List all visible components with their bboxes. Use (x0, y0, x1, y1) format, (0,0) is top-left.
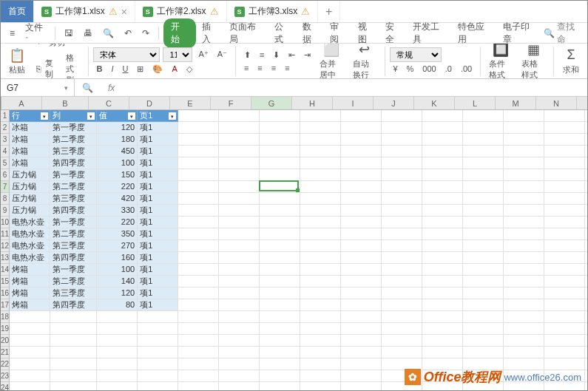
cell-N8[interactable] (544, 193, 585, 205)
cell-A23[interactable] (10, 370, 50, 382)
cell-F11[interactable] (219, 228, 260, 240)
qat-redo[interactable]: ↷ (138, 26, 154, 41)
cell-C9[interactable]: 330 (97, 205, 138, 217)
col-header-I[interactable]: I (333, 97, 374, 109)
cell-M16[interactable] (504, 288, 544, 299)
cell-J17[interactable] (382, 299, 422, 311)
cell-G15[interactable] (260, 276, 300, 288)
cell-C20[interactable] (97, 335, 138, 347)
cell-G9[interactable] (260, 205, 300, 217)
cell-N11[interactable] (544, 228, 585, 240)
cell-I18[interactable] (341, 311, 382, 323)
cell-I5[interactable] (341, 157, 382, 169)
cell-J15[interactable] (382, 276, 422, 288)
cell-L7[interactable] (463, 181, 504, 193)
cell-H6[interactable] (300, 169, 341, 181)
cell-O9[interactable] (585, 205, 588, 217)
cell-B9[interactable]: 第四季度 (50, 205, 97, 217)
cell-L20[interactable] (463, 335, 504, 347)
cell-L14[interactable] (463, 264, 504, 276)
cell-K1[interactable] (422, 110, 463, 122)
cell-A6[interactable]: 压力锅 (10, 169, 50, 181)
cell-H10[interactable] (300, 217, 341, 228)
cell-D22[interactable] (138, 358, 178, 370)
cell-C21[interactable] (97, 347, 138, 358)
indent-inc-button[interactable]: ⇥ (301, 49, 314, 61)
cell-O2[interactable] (585, 122, 588, 134)
row-header-16[interactable]: 16 (1, 288, 10, 299)
cell-I11[interactable] (341, 228, 382, 240)
cell-E24[interactable] (178, 382, 219, 391)
row-header-2[interactable]: 2 (1, 122, 10, 134)
cell-D13[interactable]: 项1 (138, 252, 178, 264)
cell-A18[interactable] (10, 311, 50, 323)
cell-J8[interactable] (382, 193, 422, 205)
menu-formula[interactable]: 公式 (270, 18, 296, 48)
percent-button[interactable]: % (404, 63, 417, 75)
cell-K10[interactable] (422, 217, 463, 228)
cell-D19[interactable] (138, 323, 178, 335)
col-header-F[interactable]: F (211, 97, 251, 109)
cell-B4[interactable]: 第三季度 (50, 146, 97, 157)
align-mid-button[interactable]: ≡ (257, 49, 267, 61)
align-left-button[interactable]: ≡ (241, 62, 251, 74)
filter-arrow-icon[interactable]: ▾ (87, 112, 95, 120)
cell-B3[interactable]: 第二季度 (50, 134, 97, 146)
cell-D20[interactable] (138, 335, 178, 347)
cell-H9[interactable] (300, 205, 341, 217)
align-center-button[interactable]: ≡ (254, 62, 265, 74)
cell-F12[interactable] (219, 240, 260, 252)
cell-K6[interactable] (422, 169, 463, 181)
cell-E18[interactable] (178, 311, 219, 323)
cell-M9[interactable] (504, 205, 544, 217)
cell-A20[interactable] (10, 335, 50, 347)
row-header-9[interactable]: 9 (1, 205, 10, 217)
cell-L1[interactable] (463, 110, 504, 122)
align-bot-button[interactable]: ⬇ (270, 49, 283, 61)
cell-B13[interactable]: 第四季度 (50, 252, 97, 264)
border-button[interactable]: ⊞ (134, 63, 146, 75)
cell-K18[interactable] (422, 311, 463, 323)
cell-D9[interactable]: 项1 (138, 205, 178, 217)
qat-preview[interactable]: 🔍 (98, 26, 118, 41)
cell-C5[interactable]: 100 (97, 157, 138, 169)
cell-M1[interactable] (504, 110, 544, 122)
merge-button[interactable]: ⬜合并居中 (317, 44, 346, 79)
cell-K8[interactable] (422, 193, 463, 205)
cell-D14[interactable]: 项1 (138, 264, 178, 276)
col-header-O[interactable]: O (577, 97, 588, 109)
cell-A11[interactable]: 电热水壶 (10, 228, 50, 240)
row-header-3[interactable]: 3 (1, 134, 10, 146)
spreadsheet-grid[interactable]: ABCDEFGHIJKLMNO 123456789101112131415161… (1, 97, 587, 391)
row-header-22[interactable]: 22 (1, 358, 10, 370)
row-header-12[interactable]: 12 (1, 240, 10, 252)
cell-M6[interactable] (504, 169, 544, 181)
cell-F24[interactable] (219, 382, 260, 391)
cell-A22[interactable] (10, 358, 50, 370)
cell-J5[interactable] (382, 157, 422, 169)
cell-N7[interactable] (544, 181, 585, 193)
cell-O11[interactable] (585, 228, 588, 240)
tab-file-1[interactable]: S 工作簿1.xlsx ⚠ × (34, 1, 135, 22)
cell-F14[interactable] (219, 264, 260, 276)
cell-L6[interactable] (463, 169, 504, 181)
cell-O12[interactable] (585, 240, 588, 252)
cell-J19[interactable] (382, 323, 422, 335)
cell-O3[interactable] (585, 134, 588, 146)
col-header-G[interactable]: G (251, 97, 292, 109)
cell-D2[interactable]: 项1 (138, 122, 178, 134)
cell-K11[interactable] (422, 228, 463, 240)
cell-H21[interactable] (300, 347, 341, 358)
col-header-N[interactable]: N (536, 97, 577, 109)
cell-L18[interactable] (463, 311, 504, 323)
align-right-button[interactable]: ≡ (268, 62, 279, 74)
cell-J9[interactable] (382, 205, 422, 217)
cell-B17[interactable]: 第四季度 (50, 299, 97, 311)
tab-new[interactable]: + (318, 1, 340, 22)
comma-button[interactable]: 000 (419, 63, 439, 75)
align-justify-button[interactable]: ≡ (282, 62, 292, 74)
cell-D21[interactable] (138, 347, 178, 358)
cell-H8[interactable] (300, 193, 341, 205)
cell-N19[interactable] (544, 323, 585, 335)
cell-M20[interactable] (504, 335, 544, 347)
